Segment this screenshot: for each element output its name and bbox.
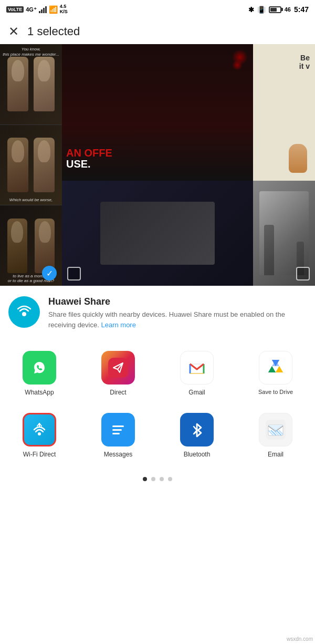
watermark: wsxdn.com: [287, 636, 313, 642]
svg-point-9: [38, 432, 41, 435]
selected-title: 1 selected: [27, 25, 80, 38]
share-description: Share files quickly with nearby devices.…: [48, 309, 307, 330]
bluetooth-label: Bluetooth: [184, 451, 211, 458]
status-left: VoLTE 4G⁺ 📶 4.5 K/S: [6, 4, 68, 15]
close-button[interactable]: ✕: [8, 24, 19, 39]
svg-point-0: [22, 312, 26, 316]
wifi-icon: 📶: [49, 5, 58, 14]
app-item-drive[interactable]: Save to Drive: [236, 342, 315, 404]
selected-checkbox[interactable]: ✓: [42, 266, 57, 281]
page-dot-2[interactable]: [151, 477, 155, 481]
messages-label: Messages: [104, 451, 133, 458]
left-top-text: AN OFFE: [66, 147, 112, 159]
whatsapp-label: WhatsApp: [25, 389, 54, 396]
app-item-gmail[interactable]: Gmail: [158, 342, 236, 404]
image-center[interactable]: You know,this place makes me wonder... W…: [0, 44, 62, 286]
share-section: Huawei Share Share files quickly with ne…: [0, 286, 315, 338]
bluetooth-status-icon: ✱: [248, 6, 254, 14]
share-text-block: Huawei Share Share files quickly with ne…: [48, 296, 307, 330]
time-display: 5:47: [294, 5, 309, 14]
signal-bars: [39, 6, 47, 13]
app-item-messages[interactable]: Messages: [79, 404, 158, 466]
app-item-direct[interactable]: Direct: [79, 342, 158, 404]
selected-label: selected: [37, 25, 80, 38]
svg-rect-11: [112, 425, 124, 427]
image-grid: AN OFFE USE. You kno: [0, 44, 315, 286]
messages-icon: [101, 413, 135, 446]
svg-rect-2: [108, 358, 128, 378]
top-bar: ✕ 1 selected: [0, 19, 315, 44]
bluetooth-app-icon: [180, 413, 214, 446]
wifi-direct-icon: [23, 413, 56, 446]
status-bar: VoLTE 4G⁺ 📶 4.5 K/S ✱ 📳 46 5:47: [0, 0, 315, 19]
image-left-bottom[interactable]: [62, 181, 253, 286]
image-right-top[interactable]: Be it v: [253, 44, 315, 181]
status-right: ✱ 📳 46 5:47: [248, 5, 309, 14]
email-label: Email: [268, 451, 284, 458]
drive-icon: [259, 351, 292, 385]
page-dot-1[interactable]: [143, 477, 147, 481]
wifi-broadcast-icon: [15, 303, 34, 321]
app-item-wifi-direct[interactable]: Wi-Fi Direct: [0, 404, 79, 466]
drive-label: Save to Drive: [258, 389, 293, 395]
direct-label: Direct: [110, 389, 126, 396]
meme-caption-middle: Which would be worse,: [0, 198, 62, 202]
left-bottom-text: USE.: [66, 158, 112, 170]
whatsapp-icon: [23, 351, 56, 385]
signal-text: 4G⁺: [26, 6, 37, 13]
selected-count: 1: [27, 25, 34, 38]
image-left-top[interactable]: AN OFFE USE.: [62, 44, 253, 181]
paper-text-it: it v: [258, 62, 310, 70]
image-right-bottom[interactable]: [253, 181, 315, 286]
email-icon: [259, 413, 292, 446]
app-grid: WhatsApp Direct: [0, 338, 315, 471]
right-bottom-checkbox[interactable]: [296, 267, 310, 281]
meme-caption-top: You know,this place makes me wonder...: [0, 47, 62, 57]
speed-display: 4.5 K/S: [60, 4, 68, 15]
app-item-whatsapp[interactable]: WhatsApp: [0, 342, 79, 404]
share-title: Huawei Share: [48, 296, 307, 307]
volte-badge: VoLTE: [6, 6, 24, 13]
page-dot-4[interactable]: [168, 477, 172, 481]
learn-more-link[interactable]: Learn more: [101, 321, 135, 329]
svg-rect-13: [112, 433, 120, 434]
pagination-dots: [0, 471, 315, 492]
battery-percent: 46: [285, 6, 291, 13]
svg-rect-12: [112, 429, 122, 431]
paper-text-be: Be: [258, 49, 310, 62]
instagram-icon: [101, 351, 135, 385]
app-item-bluetooth[interactable]: Bluetooth: [158, 404, 236, 466]
gmail-label: Gmail: [188, 389, 205, 396]
wifi-direct-label: Wi-Fi Direct: [23, 451, 56, 458]
page-dot-3[interactable]: [160, 477, 164, 481]
empty-checkbox[interactable]: [67, 267, 81, 281]
gmail-icon: [180, 351, 214, 385]
app-item-email[interactable]: Email: [236, 404, 315, 466]
huawei-share-icon: [8, 296, 40, 328]
battery-icon: [269, 6, 281, 13]
vibrate-icon: 📳: [257, 6, 266, 14]
